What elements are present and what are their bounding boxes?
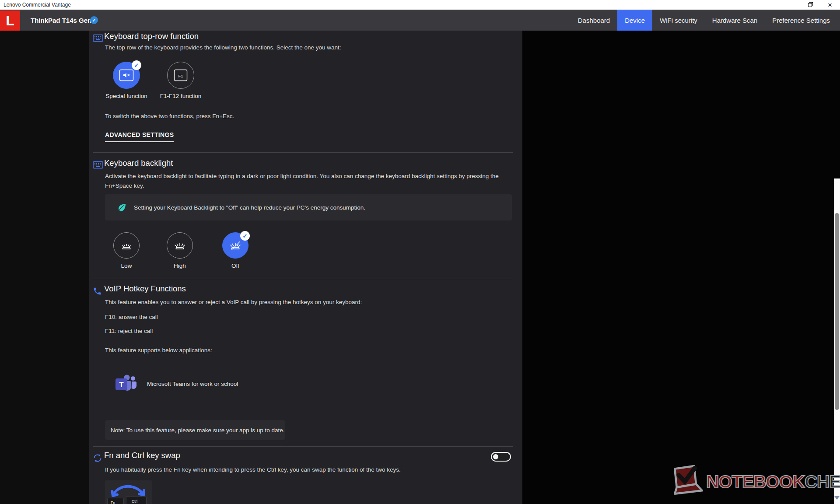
nav-tab-dashboard[interactable]: Dashboard (570, 10, 617, 31)
right-pane (522, 31, 840, 504)
lenovo-logo-letter: L (6, 14, 14, 28)
lenovo-logo: L (0, 10, 20, 31)
hotkey-f10-text: F10: answer the call (105, 314, 158, 320)
device-name: ThinkPad T14s Gen 4 (31, 10, 97, 31)
scrollbar-thumb[interactable] (835, 213, 839, 410)
hotkey-f11-text: F11: reject the call (105, 328, 153, 334)
option-backlight-high[interactable]: High (151, 232, 209, 269)
backlight-low-circle[interactable] (113, 232, 140, 259)
special-function-circle[interactable] (113, 62, 140, 89)
section-title-voip: VoIP Hotkey Functions (104, 284, 186, 294)
window-title: Lenovo Commercial Vantage (4, 2, 71, 8)
section-title-keyboard-top-row: Keyboard top-row function (104, 32, 199, 41)
watermark-text-notebook: NOTEBOOK (706, 465, 805, 498)
settings-panel: Keyboard top-row function The top row of… (89, 31, 522, 504)
svg-text:F1: F1 (178, 74, 183, 78)
option-label: High (174, 262, 186, 269)
nav-tab-wifi-security[interactable]: WiFi security (652, 10, 705, 31)
option-label: F1-F12 function (160, 93, 202, 99)
phone-icon (93, 287, 102, 296)
eco-leaf-icon (117, 203, 127, 213)
restore-icon (808, 3, 812, 7)
eco-tip-banner: Setting your Keyboard Backlight to "Off"… (105, 194, 512, 220)
eco-tip-text: Setting your Keyboard Backlight to "Off"… (134, 204, 365, 211)
fn-ctrl-description: If you habitually press the Fn key when … (105, 466, 401, 473)
option-special-function[interactable]: Special function (98, 62, 155, 99)
note-banner: Note: To use this feature, please make s… (105, 420, 285, 440)
voip-description: This feature enables you to answer or re… (105, 299, 362, 305)
backlight-off-circle[interactable] (222, 232, 248, 259)
switch-hint-text: To switch the above two functions, press… (105, 113, 234, 119)
nav-tab-hardware-scan[interactable]: Hardware Scan (705, 10, 765, 31)
selected-check-icon (240, 231, 250, 241)
note-text: Note: To use this feature, please make s… (111, 427, 285, 434)
supported-app-row: T Microsoft Teams for work or school (115, 374, 238, 394)
app-header: L ThinkPad T14s Gen 4 Dashboard Device W… (0, 10, 840, 31)
swap-arrow-icon (108, 482, 150, 497)
supported-apps-label: This feature supports below applications… (105, 347, 212, 354)
nav-tab-preference-settings[interactable]: Preference Settings (765, 10, 837, 31)
close-button[interactable]: ✕ (820, 0, 840, 10)
option-label: Low (121, 262, 132, 269)
microsoft-teams-icon: T (115, 374, 137, 394)
toggle-knob (493, 454, 498, 459)
backlight-description: Activate the keyboard backlight to facil… (105, 172, 502, 191)
minimize-icon (788, 5, 792, 5)
option-f1-f12-function[interactable]: F1 F1-F12 function (152, 62, 210, 99)
swap-icon (93, 453, 102, 463)
left-pane (0, 31, 89, 504)
mute-key-icon (119, 69, 134, 81)
title-bar: Lenovo Commercial Vantage ✕ (0, 0, 840, 10)
minimize-button[interactable] (780, 0, 800, 10)
f1-key-icon: F1 (174, 69, 188, 81)
nav-tab-device[interactable]: Device (617, 10, 652, 31)
fn-ctrl-illustration: Fn Ctrl (105, 480, 152, 504)
backlight-off-icon (229, 240, 242, 251)
notebookcheck-watermark: NOTEBOOK CHECK (666, 465, 840, 499)
section-divider (93, 279, 513, 279)
option-label: Off (231, 262, 239, 269)
option-backlight-off[interactable]: Off (206, 232, 264, 269)
backlight-high-circle[interactable] (167, 232, 193, 259)
section-divider (93, 446, 513, 447)
watermark-text-check: CHECK (805, 465, 840, 498)
backlight-high-icon (173, 240, 186, 251)
top-row-description: The top row of the keyboard provides the… (105, 44, 341, 51)
svg-text:T: T (119, 381, 124, 389)
app-window: Lenovo Commercial Vantage ✕ L ThinkPad T… (0, 0, 840, 504)
section-title-keyboard-backlight: Keyboard backlight (104, 158, 173, 168)
section-divider (93, 152, 513, 153)
supported-app-name: Microsoft Teams for work or school (147, 381, 238, 387)
option-label: Special function (105, 93, 147, 99)
section-title-fn-ctrl-swap: Fn and Ctrl key swap (104, 451, 180, 460)
window-controls: ✕ (780, 0, 840, 10)
selected-check-icon (132, 60, 141, 70)
keyboard-icon (93, 161, 103, 169)
main-nav: Dashboard Device WiFi security Hardware … (570, 10, 837, 31)
keyboard-icon (93, 34, 103, 42)
notebookcheck-logo-icon (666, 465, 706, 499)
fn-ctrl-swap-toggle[interactable] (491, 452, 511, 462)
verified-check-icon (90, 16, 98, 24)
close-icon: ✕ (828, 2, 833, 8)
ctrl-keycap: Ctrl (126, 496, 147, 504)
option-backlight-low[interactable]: Low (98, 232, 155, 269)
restore-button[interactable] (800, 0, 820, 10)
backlight-low-icon (120, 240, 133, 251)
fn-keycap: Fn (107, 498, 124, 504)
f1-f12-circle[interactable]: F1 (167, 62, 194, 89)
advanced-settings-link[interactable]: ADVANCED SETTINGS (105, 131, 174, 142)
